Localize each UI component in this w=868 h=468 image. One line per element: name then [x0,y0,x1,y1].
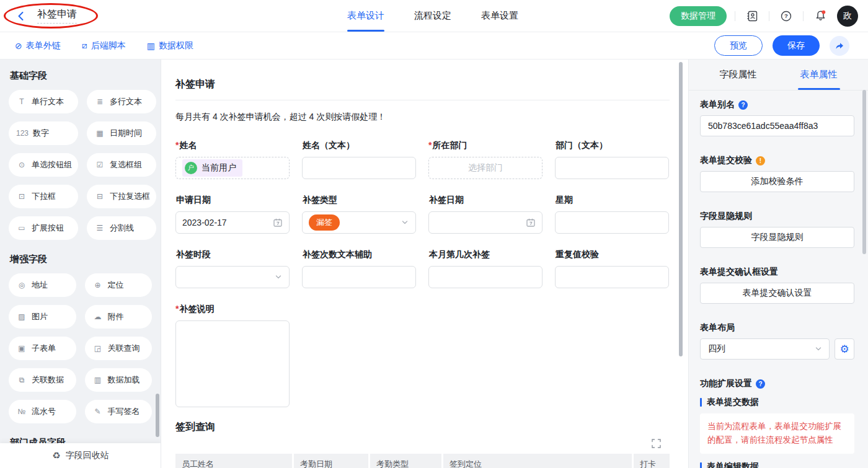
help-icon[interactable]: ? [777,7,795,25]
field-item-attachment[interactable]: ☁附件 [85,305,153,329]
user-avatar[interactable]: 政 [837,6,858,27]
select-box[interactable] [175,266,290,288]
date-input-box[interactable]: 2023-02-17 [175,211,290,234]
form-field-apply-date[interactable]: 申请日期 2023-02-17 [175,193,290,234]
canvas-form-title[interactable]: 补签申请 [175,78,670,91]
cloud-upload-icon: ☁ [92,312,104,321]
panel-scrollbar[interactable] [862,90,866,254]
field-item-checkbox-group[interactable]: ☑复选框组 [87,153,156,177]
share-button[interactable] [830,36,849,56]
field-item-subform[interactable]: ▣子表单 [9,337,76,360]
field-item-multi-dropdown[interactable]: ⊟下拉复选框 [87,185,156,208]
date-input-box[interactable] [428,211,542,234]
text-input-box[interactable] [555,157,669,179]
field-item-signature[interactable]: ✎手写签名 [85,400,153,423]
form-field-sign-period[interactable]: 补签时段 [175,248,290,288]
properties-panel: 字段属性 表单属性 表单别名 ? 表单提交校验 ! 添加校验条件 字段显隐规则 [688,60,868,468]
field-item-radio-group[interactable]: ⊙单选按钮组 [9,153,78,177]
warning-circle-icon[interactable]: ! [756,156,765,166]
form-description[interactable]: 每月共有 4 次补签申请机会，超过 4 次则按请假处理！ [175,112,670,123]
field-item-geolocation[interactable]: ⊕定位 [85,273,153,297]
form-field-sign-type[interactable]: 补签类型 漏签 [302,193,416,234]
tab-form-setting[interactable]: 表单设置 [481,0,518,32]
tab-form-properties[interactable]: 表单属性 [800,60,838,90]
help-circle-icon[interactable]: ? [738,100,748,110]
notification-bell-icon[interactable] [812,7,829,25]
title-divider [175,100,670,100]
tab-flow-setting[interactable]: 流程设定 [414,0,451,32]
calendar-icon: ▦ [94,129,105,138]
form-alias-input[interactable] [700,115,854,136]
text-input-box[interactable] [555,266,669,288]
form-field-sign-date[interactable]: 补签日期 [428,193,542,234]
field-item-extend-button[interactable]: ▭扩展按钮 [9,216,78,240]
fullscreen-expand-icon[interactable] [652,439,661,448]
help-circle-icon[interactable]: ? [756,379,765,389]
text-input-box[interactable] [302,157,416,179]
form-field-department[interactable]: *所在部门 选择部门 [428,139,542,179]
data-manage-button[interactable]: 数据管理 [670,6,727,26]
section-bar [700,462,702,468]
pen-icon: ✎ [92,407,104,416]
column-header[interactable]: 员工姓名 [175,454,292,468]
field-item-divider[interactable]: ☰分割线 [87,216,156,240]
form-name-title[interactable]: 补签申请 [37,8,77,24]
sidebar-scrollbar[interactable] [156,394,159,437]
form-field-sign-count-helper[interactable]: 补签次数文本辅助 [302,248,416,288]
form-external-link[interactable]: ⊘ 表单外链 [15,40,61,51]
field-item-number[interactable]: 123数字 [9,121,78,145]
column-header[interactable]: 考勤日期 [294,454,368,468]
field-item-dropdown[interactable]: ⊡下拉框 [9,185,78,208]
reason-textarea[interactable] [175,320,290,407]
form-field-month-count[interactable]: 本月第几次补签 [428,248,542,288]
department-picker-box[interactable]: 选择部门 [428,157,542,179]
button-icon: ▭ [16,224,27,232]
text-input-box[interactable] [302,266,416,288]
submit-confirm-button[interactable]: 表单提交确认设置 [700,283,854,304]
select-box[interactable]: 漏签 [302,211,416,234]
notification-dot [822,11,825,14]
preview-button[interactable]: 预览 [714,35,763,56]
subform-title[interactable]: 签到查询 [175,421,670,434]
layout-settings-button[interactable]: ⚙ [835,338,854,360]
backend-script-link[interactable]: ⧄ 后端脚本 [82,40,126,51]
column-header[interactable]: 考勤类型 [370,454,441,468]
text-input-box[interactable] [428,266,542,288]
canvas-scrollbar[interactable] [679,62,683,356]
form-field-weekday[interactable]: 星期 [555,193,669,234]
field-item-data-load[interactable]: ▥数据加载 [85,368,153,392]
subform-icon: ▣ [16,344,27,353]
field-item-datetime[interactable]: ▦日期时间 [87,121,156,145]
add-validation-button[interactable]: 添加校验条件 [700,171,854,192]
field-recycle-bin[interactable]: ♻ 字段回收站 [0,443,161,468]
field-visibility-button[interactable]: 字段显隐规则 [700,227,854,248]
column-header[interactable]: 签到定位 [443,454,632,468]
column-header[interactable]: 打卡时间 [634,454,670,468]
dropdown-icon: ⊡ [16,192,27,201]
field-item-image[interactable]: ▨图片 [9,305,76,329]
layout-select[interactable]: 四列 [700,338,830,360]
field-item-linked-query[interactable]: ◲关联查询 [85,337,153,360]
textarea-icon: ≣ [94,97,105,106]
form-field-department-text[interactable]: 部门（文本） [555,139,669,179]
data-permission-link[interactable]: ▥ 数据权限 [147,40,193,51]
form-field-sign-reason[interactable]: *补签说明 [175,302,670,407]
field-item-linked-data[interactable]: ⧉关联数据 [9,368,76,392]
form-field-duplicate-check[interactable]: 重复值校验 [555,248,669,288]
field-item-single-line-text[interactable]: T单行文本 [9,90,78,113]
field-item-address[interactable]: ◎地址 [9,273,76,297]
name-field-box[interactable]: 户 当前用户 [175,157,290,179]
tab-field-properties[interactable]: 字段属性 [720,60,757,90]
share-arrow-icon [835,41,844,51]
field-item-multi-line-text[interactable]: ≣多行文本 [87,90,156,113]
section-title-enhanced-fields: 增强字段 [10,254,152,265]
extension-settings-label: 功能扩展设置 [700,378,752,389]
field-item-serial-number[interactable]: №流水号 [9,400,76,423]
form-field-name[interactable]: *姓名 户 当前用户 [175,139,290,179]
text-input-box[interactable] [555,211,669,234]
form-field-name-text[interactable]: 姓名（文本） [302,139,416,179]
save-button[interactable]: 保存 [773,35,820,56]
tab-form-design[interactable]: 表单设计 [347,0,384,32]
address-book-icon[interactable] [743,7,761,25]
back-button[interactable] [12,7,30,25]
